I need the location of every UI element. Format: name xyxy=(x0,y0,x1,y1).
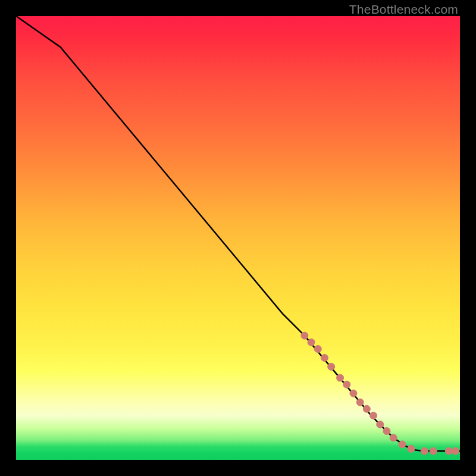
data-marker xyxy=(314,346,321,353)
data-marker xyxy=(301,332,308,339)
marker-group xyxy=(301,332,459,455)
data-marker xyxy=(383,428,390,435)
data-marker xyxy=(370,412,377,419)
chart-frame: TheBottleneck.com xyxy=(0,0,476,476)
data-marker xyxy=(308,339,315,346)
data-marker xyxy=(445,447,452,455)
chart-svg xyxy=(16,16,460,460)
attribution-label: TheBottleneck.com xyxy=(349,2,458,17)
data-marker xyxy=(337,374,344,381)
data-marker xyxy=(363,405,370,412)
data-marker xyxy=(430,447,437,455)
data-marker xyxy=(452,447,459,455)
data-marker xyxy=(356,399,364,406)
data-marker xyxy=(377,421,384,428)
data-marker xyxy=(321,354,328,361)
data-marker xyxy=(421,447,428,455)
data-marker xyxy=(399,441,406,448)
data-marker xyxy=(350,390,357,397)
data-marker xyxy=(390,434,397,441)
data-marker xyxy=(343,381,350,388)
data-marker xyxy=(408,445,415,452)
data-marker xyxy=(328,363,335,370)
curve-path xyxy=(16,16,460,451)
